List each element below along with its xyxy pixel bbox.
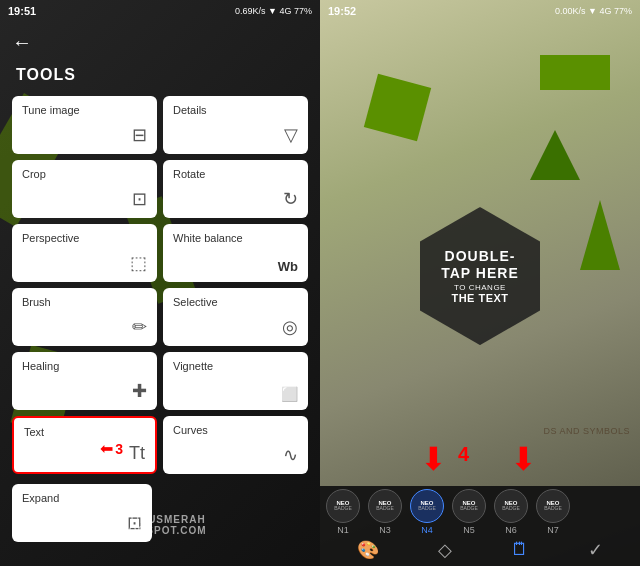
right-green-shape-1 (540, 55, 610, 90)
badge-label-n1: N1 (337, 525, 349, 534)
curves-icon: ∿ (283, 444, 298, 466)
tool-curves[interactable]: Curves ∿ (163, 416, 308, 474)
tool-white-balance[interactable]: White balance Wb (163, 224, 308, 282)
annotation-arrow: ⬅ (100, 439, 113, 458)
tool-text-icon-area: Tt ⬅ 3 (24, 443, 145, 464)
badges-row: NEO BADGE N1 NEO BADGE N3 NEO BADGE N4 (320, 486, 640, 534)
tool-tune-image[interactable]: Tune image ⊟ (12, 96, 157, 154)
badge-n3[interactable]: NEO BADGE N3 (366, 489, 404, 534)
annotation-number: 3 (115, 441, 123, 457)
tool-healing-label: Healing (22, 360, 59, 372)
badge-sub-n6: BADGE (502, 506, 520, 511)
tool-crop[interactable]: Crop ⊡ (12, 160, 157, 218)
tool-details[interactable]: Details ▽ (163, 96, 308, 154)
watermark-line2: BLOGSPOT.COM (113, 525, 206, 536)
text-tool-icon[interactable]: 🗒 (511, 539, 529, 560)
tool-healing-icon-area: ✚ (22, 380, 147, 402)
tune-image-icon: ⊟ (132, 124, 147, 146)
tool-tune-image-label: Tune image (22, 104, 80, 116)
filter-icon[interactable]: ◇ (438, 539, 452, 561)
badge-n6[interactable]: NEO BADGE N6 (492, 489, 530, 534)
hex-sub: TO CHANGE (454, 283, 506, 292)
bottom-toolbar: NEO BADGE N1 NEO BADGE N3 NEO BADGE N4 (320, 486, 640, 566)
rotate-icon: ↻ (283, 188, 298, 210)
annotation-arrow-left: ⬇ (420, 440, 447, 478)
status-bar-right: 19:52 0.00K/s ▼ 4G 77% (320, 0, 640, 22)
palette-icon[interactable]: 🎨 (357, 539, 379, 561)
brush-icon: ✏ (132, 316, 147, 338)
text-icon: Tt (129, 443, 145, 464)
tool-selective-label: Selective (173, 296, 218, 308)
hex-line1: DOUBLE- (445, 248, 516, 265)
badge-n5[interactable]: NEO BADGE N5 (450, 489, 488, 534)
tool-healing[interactable]: Healing ✚ (12, 352, 157, 410)
badge-n7[interactable]: NEO BADGE N7 (534, 489, 572, 534)
tool-brush-label: Brush (22, 296, 51, 308)
badge-circle-n4: NEO BADGE (410, 489, 444, 523)
badge-label-n3: N3 (379, 525, 391, 534)
status-bar-left: 19:51 0.69K/s ▼ 4G 77% (0, 0, 320, 22)
tool-curves-icon-area: ∿ (173, 444, 298, 466)
back-button[interactable]: ← (12, 31, 32, 54)
badge-sub-n4: BADGE (418, 506, 436, 511)
right-panel: 19:52 0.00K/s ▼ 4G 77% DOUBLE- TAP HERE … (320, 0, 640, 566)
badge-circle-n5: NEO BADGE (452, 489, 486, 523)
badge-sub-n3: BADGE (376, 506, 394, 511)
tool-brush-icon-area: ✏ (22, 316, 147, 338)
bottom-icons-row: 🎨 ◇ 🗒 ✓ (320, 534, 640, 566)
tool-selective-icon-area: ◎ (173, 316, 298, 338)
badge-circle-n3: NEO BADGE (368, 489, 402, 523)
watermark: TETIKUSMERAH BLOGSPOT.COM (113, 514, 206, 536)
crop-icon: ⊡ (132, 188, 147, 210)
tool-perspective-label: Perspective (22, 232, 79, 244)
badge-sub-n1: BADGE (334, 506, 352, 511)
hex-line2: TAP HERE (441, 265, 519, 282)
badge-sub-n7: BADGE (544, 506, 562, 511)
tool-vignette-label: Vignette (173, 360, 213, 372)
tools-grid: Tune image ⊟ Details ▽ Crop ⊡ Rotate ↻ (0, 92, 320, 478)
wb-icon: Wb (278, 259, 298, 274)
top-bar-left: ← (0, 22, 320, 62)
tool-selective[interactable]: Selective ◎ (163, 288, 308, 346)
tool-curves-label: Curves (173, 424, 208, 436)
tool-brush[interactable]: Brush ✏ (12, 288, 157, 346)
badge-label-n4: N4 (421, 525, 433, 534)
tool-white-balance-label: White balance (173, 232, 243, 244)
tool-perspective[interactable]: Perspective ⬚ (12, 224, 157, 282)
badge-circle-n6: NEO BADGE (494, 489, 528, 523)
tool-text[interactable]: Text Tt ⬅ 3 (12, 416, 157, 474)
tool-rotate[interactable]: Rotate ↻ (163, 160, 308, 218)
tool-crop-icon-area: ⊡ (22, 188, 147, 210)
left-panel: 19:51 0.69K/s ▼ 4G 77% ← TOOLS Tune imag… (0, 0, 320, 566)
annotation-number-4: 4 (458, 443, 469, 466)
badge-label-n5: N5 (463, 525, 475, 534)
healing-icon: ✚ (132, 380, 147, 402)
annotation-arrow-right: ⬇ (510, 440, 537, 478)
badge-label-n6: N6 (505, 525, 517, 534)
watermark-line1: TETIKUSMERAH (113, 514, 206, 525)
perspective-icon: ⬚ (130, 252, 147, 274)
selective-icon: ◎ (282, 316, 298, 338)
checkmark-icon[interactable]: ✓ (588, 539, 603, 561)
status-icons-right: 0.00K/s ▼ 4G 77% (555, 6, 632, 16)
bottom-hint-text: DS AND SYMBOLS (543, 426, 630, 436)
badge-n4[interactable]: NEO BADGE N4 (408, 489, 446, 534)
tool-vignette[interactable]: Vignette ⬜ (163, 352, 308, 410)
badge-circle-n7: NEO BADGE (536, 489, 570, 523)
annotation-3: ⬅ 3 (100, 439, 123, 458)
badge-n1[interactable]: NEO BADGE N1 (324, 489, 362, 534)
tool-rotate-icon-area: ↻ (173, 188, 298, 210)
tool-expand-label: Expand (22, 492, 59, 504)
hex-line3: THE TEXT (451, 292, 508, 304)
status-time-right: 19:52 (328, 5, 356, 17)
status-time-left: 19:51 (8, 5, 36, 17)
bottom-hint-label: DS AND SYMBOLS (543, 426, 630, 436)
tool-details-icon-area: ▽ (173, 124, 298, 146)
tool-wb-icon-area: Wb (173, 259, 298, 274)
details-icon: ▽ (284, 124, 298, 146)
tool-rotate-label: Rotate (173, 168, 205, 180)
tool-tune-icon-area: ⊟ (22, 124, 147, 146)
tool-text-label: Text (24, 426, 44, 438)
badge-sub-n5: BADGE (460, 506, 478, 511)
badge-label-n7: N7 (547, 525, 559, 534)
